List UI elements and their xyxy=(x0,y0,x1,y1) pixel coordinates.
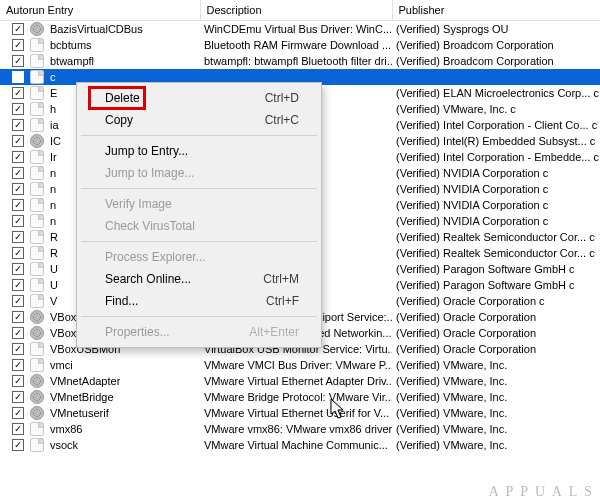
gear-icon xyxy=(30,390,44,404)
row-name: vsock xyxy=(50,439,78,451)
row-publisher: (Verified) Oracle Corporation xyxy=(392,325,600,341)
menu-properties: Properties... Alt+Enter xyxy=(79,321,319,343)
row-checkbox[interactable] xyxy=(12,23,24,35)
row-description: Bluetooth RAM Firmware Download ... xyxy=(200,37,392,53)
row-checkbox[interactable] xyxy=(12,199,24,211)
menu-search-online-label: Search Online... xyxy=(105,272,191,286)
table-row[interactable]: VMnetAdapterVMware Virtual Ethernet Adap… xyxy=(0,373,600,389)
row-checkbox[interactable] xyxy=(12,55,24,67)
row-publisher: (Verified) Broadcom Corporation xyxy=(392,53,600,69)
menu-separator xyxy=(81,135,317,136)
file-icon xyxy=(30,86,44,100)
table-row[interactable]: bcbtumsBluetooth RAM Firmware Download .… xyxy=(0,37,600,53)
file-icon xyxy=(30,342,44,356)
row-publisher: (Verified) Oracle Corporation c xyxy=(392,293,600,309)
row-description: VMware vmx86: VMware vmx86 driver xyxy=(200,421,392,437)
menu-search-online[interactable]: Search Online... Ctrl+M xyxy=(79,268,319,290)
header-description[interactable]: Description xyxy=(200,0,392,20)
row-name: vmci xyxy=(50,359,73,371)
row-name: btwampfl xyxy=(50,55,94,67)
menu-separator xyxy=(81,241,317,242)
row-publisher: (Verified) Sysprogs OU xyxy=(392,20,600,37)
row-name: VMnetAdapter xyxy=(50,375,120,387)
row-checkbox[interactable] xyxy=(12,231,24,243)
file-icon xyxy=(30,278,44,292)
row-checkbox[interactable] xyxy=(12,407,24,419)
file-icon xyxy=(30,294,44,308)
row-checkbox[interactable] xyxy=(12,295,24,307)
row-checkbox[interactable] xyxy=(12,71,24,83)
row-checkbox[interactable] xyxy=(12,119,24,131)
table-row[interactable]: vmx86VMware vmx86: VMware vmx86 driver(V… xyxy=(0,421,600,437)
row-checkbox[interactable] xyxy=(12,151,24,163)
row-name: n xyxy=(50,167,56,179)
row-checkbox[interactable] xyxy=(12,167,24,179)
row-description: VMware Virtual Ethernet Userif for V... xyxy=(200,405,392,421)
row-name: IC xyxy=(50,135,61,147)
row-checkbox[interactable] xyxy=(12,215,24,227)
row-name: vmx86 xyxy=(50,423,82,435)
table-row[interactable]: VMnetuserifVMware Virtual Ethernet Useri… xyxy=(0,405,600,421)
row-publisher: (Verified) Paragon Software GmbH c xyxy=(392,261,600,277)
menu-delete[interactable]: Delete Ctrl+D xyxy=(79,87,319,109)
menu-separator xyxy=(81,316,317,317)
row-name: R xyxy=(50,247,58,259)
row-description: btwampfl: btwampfl Bluetooth filter dri.… xyxy=(200,53,392,69)
row-checkbox[interactable] xyxy=(12,247,24,259)
row-name: VMnetBridge xyxy=(50,391,114,403)
menu-copy-label: Copy xyxy=(105,113,133,127)
menu-jump-to-entry[interactable]: Jump to Entry... xyxy=(79,140,319,162)
table-row[interactable]: BazisVirtualCDBusWinCDEmu Virtual Bus Dr… xyxy=(0,20,600,37)
menu-find[interactable]: Find... Ctrl+F xyxy=(79,290,319,312)
row-publisher: (Verified) Oracle Corporation xyxy=(392,309,600,325)
row-checkbox[interactable] xyxy=(12,311,24,323)
row-checkbox[interactable] xyxy=(12,263,24,275)
menu-separator xyxy=(81,188,317,189)
menu-copy[interactable]: Copy Ctrl+C xyxy=(79,109,319,131)
table-row[interactable]: VMnetBridgeVMware Bridge Protocol: VMwar… xyxy=(0,389,600,405)
row-publisher: (Verified) Realtek Semiconductor Cor... … xyxy=(392,245,600,261)
row-publisher: (Verified) VMware, Inc. xyxy=(392,421,600,437)
row-publisher: (Verified) Realtek Semiconductor Cor... … xyxy=(392,229,600,245)
header-entry[interactable]: Autorun Entry xyxy=(0,0,200,20)
row-name: c xyxy=(50,71,56,83)
row-checkbox[interactable] xyxy=(12,279,24,291)
row-publisher: (Verified) VMware, Inc. xyxy=(392,373,600,389)
row-checkbox[interactable] xyxy=(12,135,24,147)
menu-find-shortcut: Ctrl+F xyxy=(266,294,299,308)
file-icon xyxy=(30,198,44,212)
menu-process-explorer-label: Process Explorer... xyxy=(105,250,206,264)
table-row[interactable]: vmciVMware VMCI Bus Driver: VMware P...(… xyxy=(0,357,600,373)
menu-properties-shortcut: Alt+Enter xyxy=(249,325,299,339)
file-icon xyxy=(30,54,44,68)
row-checkbox[interactable] xyxy=(12,183,24,195)
gear-icon xyxy=(30,310,44,324)
table-row[interactable]: btwampflbtwampfl: btwampfl Bluetooth fil… xyxy=(0,53,600,69)
row-publisher: (Verified) NVIDIA Corporation c xyxy=(392,213,600,229)
table-row[interactable]: vsockVMware Virtual Machine Communic...(… xyxy=(0,437,600,453)
row-checkbox[interactable] xyxy=(12,391,24,403)
row-checkbox[interactable] xyxy=(12,103,24,115)
row-checkbox[interactable] xyxy=(12,375,24,387)
row-publisher xyxy=(392,69,600,85)
menu-jump-to-image: Jump to Image... xyxy=(79,162,319,184)
row-checkbox[interactable] xyxy=(12,423,24,435)
gear-icon xyxy=(30,326,44,340)
row-name: n xyxy=(50,199,56,211)
row-publisher: (Verified) Oracle Corporation xyxy=(392,341,600,357)
file-icon xyxy=(30,150,44,164)
row-publisher: (Verified) VMware, Inc. xyxy=(392,357,600,373)
row-checkbox[interactable] xyxy=(12,439,24,451)
row-checkbox[interactable] xyxy=(12,87,24,99)
row-checkbox[interactable] xyxy=(12,343,24,355)
header-publisher[interactable]: Publisher xyxy=(392,0,600,20)
row-publisher: (Verified) Intel Corporation - Client Co… xyxy=(392,117,600,133)
row-checkbox[interactable] xyxy=(12,327,24,339)
menu-check-virustotal: Check VirusTotal xyxy=(79,215,319,237)
menu-search-online-shortcut: Ctrl+M xyxy=(263,272,299,286)
row-name: n xyxy=(50,183,56,195)
row-checkbox[interactable] xyxy=(12,39,24,51)
row-publisher: (Verified) VMware, Inc. xyxy=(392,405,600,421)
row-checkbox[interactable] xyxy=(12,359,24,371)
menu-delete-label: Delete xyxy=(105,91,140,105)
